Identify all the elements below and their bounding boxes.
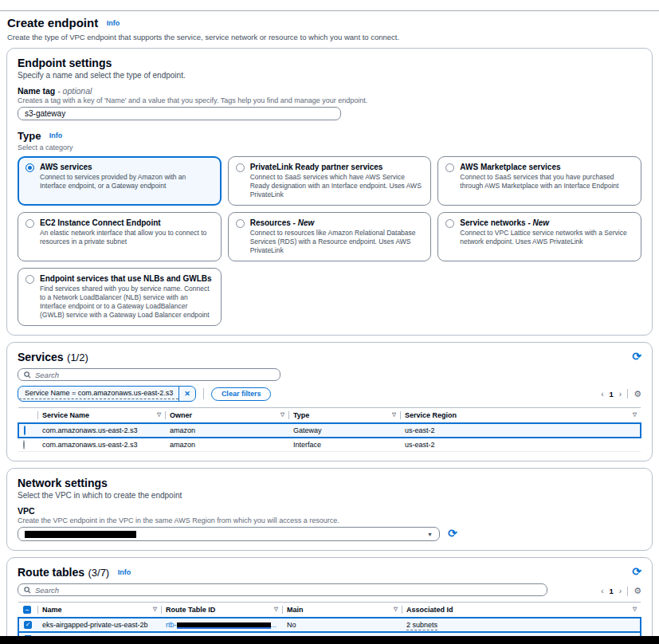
row-radio-selected[interactable] (24, 426, 25, 435)
sort-icon[interactable]: ▽ (157, 411, 161, 418)
column-header-main[interactable]: Main▽ (282, 603, 402, 618)
divider (627, 587, 628, 596)
type-option-privatelink-partner[interactable]: PrivateLink Ready partner services Conne… (228, 156, 432, 206)
refresh-icon[interactable]: ⟳ (632, 565, 641, 578)
radio-icon[interactable] (236, 163, 245, 172)
type-option-service-networks[interactable]: Service networks - New Connect to VPC La… (437, 212, 641, 261)
name-tag-optional: - optional (57, 86, 92, 96)
endpoint-settings-title: Endpoint settings (18, 57, 112, 69)
network-settings-title: Network settings (18, 477, 108, 489)
page-header: Create endpoint Info Create the type of … (0, 11, 659, 41)
radio-icon[interactable] (445, 163, 454, 172)
column-header-owner[interactable]: Owner▽ (165, 408, 288, 424)
search-icon (24, 587, 31, 594)
services-card: Services (1/2) ⟳ Search Service Name = c… (6, 342, 653, 461)
services-title: Services (18, 351, 64, 363)
new-badge: - New (528, 218, 549, 227)
radio-icon[interactable] (25, 219, 34, 228)
page-description: Create the type of VPC endpoint that sup… (7, 33, 652, 41)
refresh-icon[interactable]: ⟳ (632, 350, 641, 363)
select-column-header (18, 408, 37, 424)
type-option-marketplace[interactable]: AWS Marketplace services Connect to SaaS… (437, 156, 641, 206)
type-option-ec2-instance-connect[interactable]: EC2 Instance Connect Endpoint An elastic… (18, 212, 222, 261)
network-settings-card: Network settings Select the VPC in which… (6, 468, 653, 551)
redacted-route-table-id (177, 622, 271, 629)
page-number[interactable]: 1 (609, 390, 613, 399)
column-header-name[interactable]: Name▽ (37, 603, 161, 618)
page-number[interactable]: 1 (609, 587, 613, 595)
prev-page-icon[interactable]: ‹ (601, 587, 603, 595)
column-header-service-region[interactable]: Service Region▽ (400, 408, 641, 424)
route-tables-card: Route tables (3/7) Info ⟳ Search ‹ 1 › ⚙… (6, 557, 653, 644)
route-tables-count: (3/7) (88, 567, 109, 579)
sort-icon[interactable]: ▽ (633, 411, 637, 418)
page-info-link[interactable]: Info (107, 19, 120, 27)
type-option-resources[interactable]: Resources - New Connect to resources lik… (228, 212, 432, 261)
vpc-description: Create the VPC endpoint in the VPC in th… (18, 516, 641, 524)
subnet-count[interactable]: 2 subnets (406, 621, 437, 630)
services-count: (1/2) (67, 351, 88, 363)
sort-icon[interactable]: ▽ (633, 606, 637, 612)
endpoint-settings-subtitle: Specify a name and select the type of en… (18, 71, 641, 80)
network-settings-subtitle: Select the VPC in which to create the en… (18, 491, 641, 500)
column-header-type[interactable]: Type▽ (288, 408, 400, 424)
route-table-row[interactable]: ✓ eks-airgapped-private-us-east-2b rtb-.… (18, 618, 641, 632)
service-filter-token: Service Name = com.amazonaws.us-east-2.s… (18, 386, 196, 402)
column-header-route-table-id[interactable]: Route Table ID▽ (161, 603, 282, 618)
type-option-nlb-gwlb[interactable]: Endpoint services that use NLBs and GWLB… (18, 268, 222, 326)
column-header-service-name[interactable]: Service Name▽ (37, 408, 165, 424)
select-all-checkbox-header[interactable]: – (18, 603, 37, 618)
divider (627, 389, 628, 399)
divider (203, 388, 204, 399)
type-option-aws-services[interactable]: AWS services Connect to services provide… (18, 156, 222, 206)
column-header-associated-id[interactable]: Associated Id▽ (402, 603, 641, 618)
search-icon (24, 371, 31, 379)
refresh-icon[interactable]: ⟳ (448, 527, 457, 540)
type-info-link[interactable]: Info (49, 132, 63, 139)
type-subtitle: Select a category (18, 143, 641, 151)
type-label: Type (18, 130, 41, 142)
route-tables-title: Route tables (18, 566, 84, 579)
new-badge: - New (293, 218, 315, 227)
redacted-bottom-bar (0, 636, 659, 644)
chevron-down-icon: ▼ (427, 532, 433, 537)
sort-icon[interactable]: ▽ (280, 411, 284, 418)
services-search-placeholder: Search (35, 371, 59, 379)
route-tables-search-input[interactable]: Search (18, 583, 547, 596)
services-table: Service Name▽ Owner▽ Type▽ Service Regio… (18, 407, 641, 452)
sort-icon[interactable]: ▽ (274, 606, 278, 612)
name-tag-label: Name tag - optional (18, 86, 641, 96)
type-option-grid: AWS services Connect to services provide… (18, 156, 641, 326)
row-checkbox-checked[interactable]: ✓ (24, 621, 32, 629)
radio-selected-icon[interactable] (25, 163, 34, 172)
name-tag-input[interactable] (18, 107, 341, 120)
clear-filters-button[interactable]: Clear filters (211, 387, 272, 401)
sort-icon[interactable]: ▽ (392, 411, 396, 418)
sort-icon[interactable]: ▽ (394, 606, 398, 612)
prev-page-icon[interactable]: ‹ (601, 390, 603, 399)
row-radio[interactable] (23, 440, 25, 450)
endpoint-settings-card: Endpoint settings Specify a name and sel… (6, 48, 653, 336)
redacted-vpc-value (25, 531, 136, 538)
name-tag-description: Creates a tag with a key of 'Name' and a… (18, 96, 641, 104)
service-row-interface[interactable]: com.amazonaws.us-east-2.s3 amazon Interf… (18, 438, 641, 452)
next-page-icon[interactable]: › (619, 390, 622, 399)
services-search-input[interactable]: Search (18, 368, 280, 381)
radio-icon[interactable] (25, 275, 34, 284)
settings-gear-icon[interactable]: ⚙ (634, 586, 641, 596)
sort-icon[interactable]: ▽ (153, 606, 157, 612)
route-tables-pagination: ‹ 1 › ⚙ (601, 586, 641, 596)
route-tables-search-placeholder: Search (35, 586, 59, 595)
vpc-select[interactable]: ▼ (18, 527, 440, 541)
route-tables-info-link[interactable]: Info (118, 568, 131, 576)
top-spacer (0, 0, 659, 10)
radio-icon[interactable] (445, 219, 454, 228)
indeterminate-checkbox-icon[interactable]: – (23, 606, 31, 614)
page-title: Create endpoint (7, 16, 98, 29)
settings-gear-icon[interactable]: ⚙ (634, 389, 641, 399)
remove-filter-icon[interactable]: ✕ (178, 387, 195, 401)
service-row-gateway[interactable]: com.amazonaws.us-east-2.s3 amazon Gatewa… (18, 423, 641, 438)
next-page-icon[interactable]: › (619, 587, 622, 595)
radio-icon[interactable] (236, 219, 245, 228)
vpc-label: VPC (18, 506, 641, 516)
